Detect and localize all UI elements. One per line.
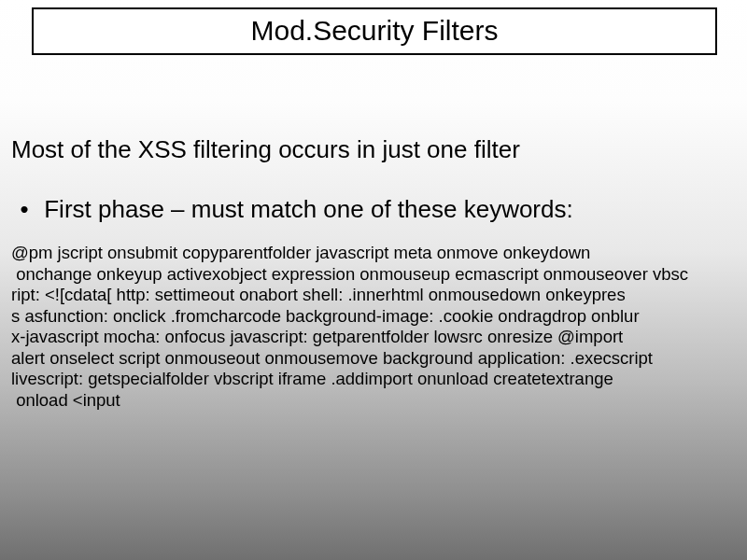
keywords-block: @pm jscript onsubmit copyparentfolder ja… [11, 243, 688, 412]
intro-text: Most of the XSS filtering occurs in just… [11, 136, 520, 164]
bullet-item: • First phase – must match one of these … [11, 196, 573, 224]
bullet-dot: • [11, 196, 37, 224]
title-box: Mod.Security Filters [32, 7, 717, 55]
slide-title: Mod.Security Filters [250, 15, 498, 46]
bullet-text: First phase – must match one of these ke… [44, 195, 572, 223]
